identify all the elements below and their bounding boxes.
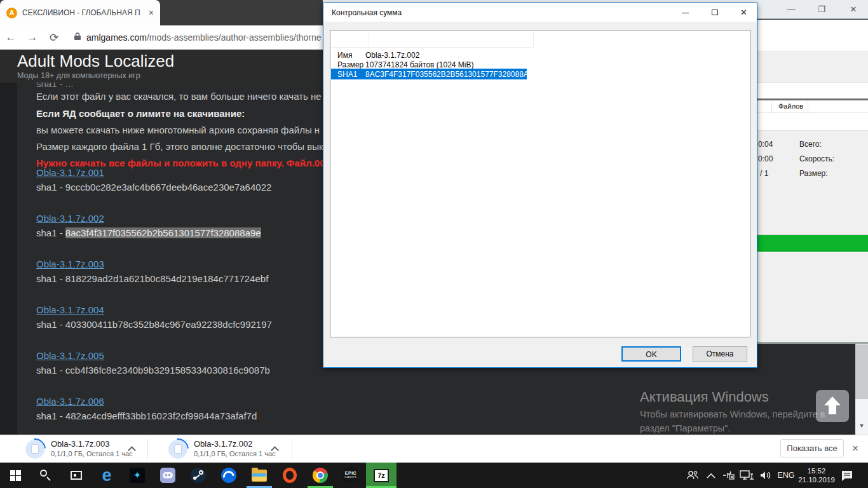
remaining-time-value: 0:00 xyxy=(758,154,773,163)
file-link[interactable]: Obla-3.1.7z.005 xyxy=(36,350,104,361)
scrollbar-thumb[interactable] xyxy=(855,344,868,399)
file-explorer-icon xyxy=(252,470,267,482)
list-row: Размер1073741824 байтов (1024 MiB) xyxy=(337,60,363,69)
taskbar-epic-button[interactable]: EPICGAMES xyxy=(336,463,366,488)
column-divider xyxy=(771,101,772,112)
sha1-value: 8AC3F4F317F035562B2B561301577F328088A9E1 xyxy=(365,70,542,79)
taskbar-edge-button[interactable]: e xyxy=(92,463,122,488)
content-line: Размер каждого файла 1 Гб, этого вполне … xyxy=(36,141,323,152)
file-link[interactable]: Obla-3.1.7z.004 xyxy=(36,304,104,315)
watermark-line: Чтобы активировать Windows, перейдите в xyxy=(640,409,825,419)
ok-button[interactable]: OK xyxy=(621,346,681,362)
taskbar-chrome-button[interactable] xyxy=(305,463,336,488)
discord-icon xyxy=(160,468,175,483)
uplay-icon xyxy=(221,468,236,483)
cancel-button[interactable]: Отмена xyxy=(693,346,747,362)
minimize-icon[interactable] xyxy=(671,3,700,22)
files-header-label: Файлов xyxy=(778,102,803,110)
list-row: ИмяObla-3.1.7z.002 xyxy=(337,51,352,60)
download-item[interactable]: Obla-3.1.7z.002 0,1/1,0 ГБ, Остался 1 ча… xyxy=(148,435,292,463)
taskbar-search-button[interactable] xyxy=(31,463,61,488)
restore-icon[interactable]: ❐ xyxy=(807,0,836,18)
start-button[interactable] xyxy=(0,463,31,488)
search-icon xyxy=(40,470,51,481)
game-app-icon: ✦ xyxy=(130,468,145,483)
minimize-icon[interactable]: — xyxy=(776,0,806,18)
content-line: вы можете скачать ниже многотомный архив… xyxy=(36,125,320,135)
tray-clock[interactable]: 15:52 21.10.2019 xyxy=(797,463,836,488)
people-icon xyxy=(686,470,699,480)
url-domain: amlgames.com xyxy=(86,32,147,43)
close-icon[interactable]: ✕ xyxy=(729,3,758,22)
file-sha1-line: sha1 - 8ac3f4f317f035562b2b561301577f328… xyxy=(36,227,261,238)
url-path: /mods-assemblies/author-assemblies/thorn… xyxy=(147,32,322,43)
divider xyxy=(292,439,292,459)
tray-language-button[interactable]: ENG xyxy=(775,463,797,488)
tray-volume-button[interactable] xyxy=(756,463,775,488)
scrollbar-down-icon[interactable]: ▼ xyxy=(855,419,868,432)
taskbar-discord-button[interactable] xyxy=(153,463,183,488)
back-icon[interactable]: ← xyxy=(0,31,22,44)
checksum-result-list[interactable]: ИмяObla-3.1.7z.002 Размер1073741824 байт… xyxy=(330,30,750,337)
task-view-icon xyxy=(71,471,82,480)
notification-icon xyxy=(841,470,853,481)
file-link[interactable]: Obla-3.1.7z.006 xyxy=(36,396,104,407)
selected-text: 8ac3f4f317f035562b2b561301577f328088a9e xyxy=(65,227,261,238)
windows-activation-watermark: Активация Windows Чтобы активировать Win… xyxy=(640,389,825,433)
page-subtitle: Моды 18+ для компьютерных игр xyxy=(17,71,140,80)
close-shelf-icon[interactable]: × xyxy=(852,442,858,455)
reload-icon[interactable]: ⟳ xyxy=(43,31,65,44)
tray-overflow-button[interactable] xyxy=(703,463,719,488)
steam-icon xyxy=(191,468,206,483)
tray-people-button[interactable] xyxy=(684,463,702,488)
close-icon[interactable]: ✕ xyxy=(839,0,868,18)
checksum-dialog: Контрольная сумма ✕ ИмяObla-3.1.7z.002 Р… xyxy=(323,3,757,368)
network-icon xyxy=(740,470,754,480)
task-view-button[interactable] xyxy=(61,463,92,488)
file-link[interactable]: Obla-3.1.7z.001 xyxy=(36,167,104,178)
action-center-button[interactable] xyxy=(837,463,857,488)
taskbar-uplay-button[interactable] xyxy=(214,463,244,488)
tab-close-icon[interactable]: × xyxy=(149,8,154,18)
date-label: 21.10.2019 xyxy=(798,475,835,484)
dialog-title: Контрольная сумма xyxy=(332,8,402,17)
speed-label: Скорость: xyxy=(799,154,834,163)
speaker-icon xyxy=(759,470,772,480)
tray-network-button[interactable] xyxy=(737,463,756,488)
taskbar-steam-button[interactable] xyxy=(183,463,214,488)
file-link[interactable]: Obla-3.1.7z.003 xyxy=(36,259,104,269)
browser-tab-active[interactable]: A СЕКСЛИВИОН - ГЛОБАЛЬНАЯ П × xyxy=(0,0,160,25)
file-sha1-line: sha1 - 818229ad2d1a621b0c854d219e184c771… xyxy=(36,273,268,284)
chrome-icon xyxy=(313,468,328,483)
taskbar-game-app-button[interactable]: ✦ xyxy=(122,463,153,488)
time-label: 15:52 xyxy=(808,466,826,475)
tab-title: СЕКСЛИВИОН - ГЛОБАЛЬНАЯ П xyxy=(22,8,144,17)
chevron-up-icon xyxy=(707,473,715,478)
language-label: ENG xyxy=(777,471,794,480)
show-all-downloads-button[interactable]: Показать все xyxy=(780,439,844,458)
site-favicon-icon: A xyxy=(6,8,17,18)
page-gutter xyxy=(0,83,17,435)
watermark-title: Активация Windows xyxy=(640,389,825,405)
file-link[interactable]: Obla-3.1.7z.002 xyxy=(36,213,104,224)
taskbar-origin-button[interactable] xyxy=(275,463,305,488)
tray-power-button[interactable] xyxy=(719,463,737,488)
taskbar-7zip-button[interactable]: 7z xyxy=(366,463,397,488)
maximize-icon[interactable] xyxy=(700,3,729,22)
file-sha1-line: sha1 - ccb4f36fc8e2340b9b329158533403081… xyxy=(36,365,270,376)
download-progress-icon xyxy=(168,440,187,459)
list-row-selected[interactable]: SHA1 8AC3F4F317F035562B2B561301577F32808… xyxy=(331,69,527,79)
address-bar[interactable]: amlgames.com/mods-assemblies/author-asse… xyxy=(86,32,322,43)
epic-games-icon: EPICGAMES xyxy=(343,468,358,483)
download-filename: Obla-3.1.7z.002 xyxy=(194,439,253,449)
download-item[interactable]: Obla-3.1.7z.003 0,1/1,0 ГБ, Остался 1 ча… xyxy=(0,435,148,463)
dialog-titlebar[interactable]: Контрольная сумма ✕ xyxy=(323,3,757,22)
forward-icon[interactable]: → xyxy=(22,31,43,44)
file-sha1-line: sha1 - 482ac4cd9efff33bb16023f2cf99844a7… xyxy=(36,410,257,421)
download-shelf: Obla-3.1.7z.003 0,1/1,0 ГБ, Остался 1 ча… xyxy=(0,435,868,463)
size-label: Размер xyxy=(337,60,363,69)
windows-logo-icon xyxy=(10,470,21,481)
https-lock-icon[interactable] xyxy=(74,32,81,43)
download-status: 0,1/1,0 ГБ, Остался 1 час xyxy=(194,450,276,458)
taskbar-explorer-button[interactable] xyxy=(244,463,275,488)
